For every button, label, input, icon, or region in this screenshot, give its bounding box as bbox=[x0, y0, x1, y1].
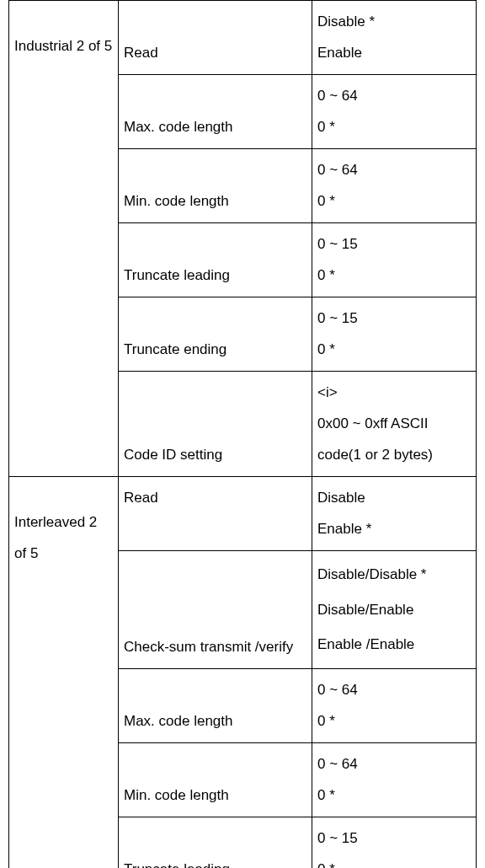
parameter-cell: Read bbox=[119, 1, 312, 75]
value-cell: 0 ~ 150 * bbox=[312, 223, 477, 297]
value-cell: Disable *Enable bbox=[312, 1, 477, 75]
value-cell: 0 ~ 640 * bbox=[312, 149, 477, 223]
value-cell: 0 ~ 150 * bbox=[312, 297, 477, 372]
value-cell: DisableEnable * bbox=[312, 477, 477, 551]
parameter-cell: Truncate ending bbox=[119, 297, 312, 372]
category-cell: Interleaved 2 of 5 bbox=[9, 477, 119, 868]
category-cell: Industrial 2 of 5 bbox=[9, 1, 119, 477]
value-cell: 0 ~ 150 * bbox=[312, 817, 477, 868]
parameter-cell: Max. code length bbox=[119, 75, 312, 149]
table-row: Interleaved 2 of 5ReadDisableEnable * bbox=[9, 477, 477, 551]
value-cell: 0 ~ 640 * bbox=[312, 669, 477, 743]
parameter-cell: Min. code length bbox=[119, 149, 312, 223]
value-cell: 0 ~ 640 * bbox=[312, 743, 477, 817]
parameter-cell: Min. code length bbox=[119, 743, 312, 817]
parameter-cell: Check-sum transmit /verify bbox=[119, 551, 312, 669]
value-cell: <i>0x00 ~ 0xff ASCII code(1 or 2 bytes) bbox=[312, 372, 477, 477]
config-table: Industrial 2 of 5ReadDisable *EnableMax.… bbox=[8, 0, 477, 868]
parameter-cell: Max. code length bbox=[119, 669, 312, 743]
parameter-cell: Truncate leading bbox=[119, 817, 312, 868]
value-cell: Disable/Disable *Disable/EnableEnable /E… bbox=[312, 551, 477, 669]
parameter-cell: Truncate leading bbox=[119, 223, 312, 297]
parameter-cell: Read bbox=[119, 477, 312, 551]
table-row: Industrial 2 of 5ReadDisable *Enable bbox=[9, 1, 477, 75]
value-cell: 0 ~ 640 * bbox=[312, 75, 477, 149]
parameter-cell: Code ID setting bbox=[119, 372, 312, 477]
